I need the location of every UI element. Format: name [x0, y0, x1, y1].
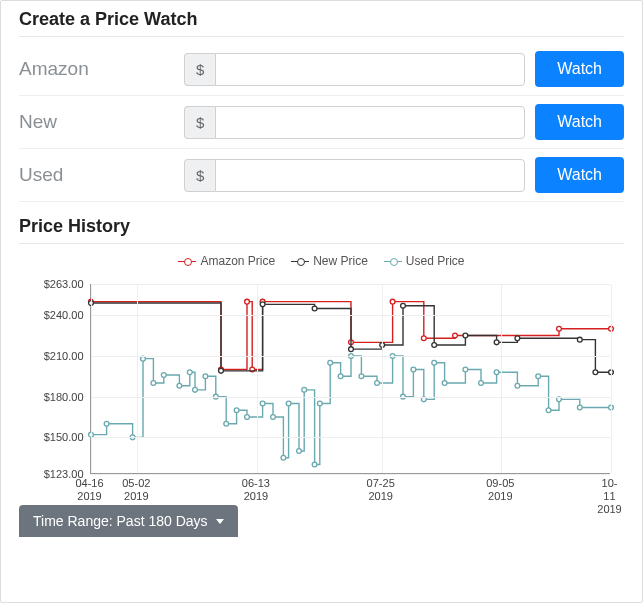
- svg-point-41: [281, 455, 286, 460]
- svg-point-37: [234, 408, 239, 413]
- price-input-new[interactable]: [215, 106, 525, 139]
- svg-point-42: [286, 401, 291, 406]
- svg-point-34: [203, 374, 208, 379]
- input-wrap-new: $: [184, 106, 525, 139]
- chart-legend: Amazon Price New Price Used Price: [19, 254, 624, 268]
- x-axis-label: 07-252019: [367, 477, 395, 503]
- divider: [19, 243, 624, 244]
- svg-point-29: [151, 381, 156, 386]
- svg-point-33: [192, 387, 197, 392]
- price-history-chart: $123.00$150.00$180.00$210.00$240.00$263.…: [22, 274, 622, 499]
- svg-point-28: [140, 356, 145, 361]
- svg-point-57: [442, 381, 447, 386]
- watch-row-used: Used $ Watch: [19, 149, 624, 202]
- svg-point-9: [556, 326, 561, 331]
- svg-point-19: [463, 333, 468, 338]
- row-label-amazon: Amazon: [19, 58, 174, 80]
- svg-point-59: [478, 381, 483, 386]
- svg-point-18: [431, 343, 436, 348]
- currency-prefix: $: [184, 159, 215, 192]
- svg-point-55: [421, 397, 426, 402]
- y-axis-label: $240.00: [44, 309, 84, 321]
- y-axis-label: $210.00: [44, 350, 84, 362]
- legend-label-amazon: Amazon Price: [200, 254, 275, 268]
- svg-point-60: [494, 370, 499, 375]
- price-input-used[interactable]: [215, 159, 525, 192]
- svg-point-63: [546, 408, 551, 413]
- x-axis-label: 10-112019: [597, 477, 621, 517]
- svg-point-2: [244, 299, 249, 304]
- svg-point-21: [515, 336, 520, 341]
- watch-row-amazon: Amazon $ Watch: [19, 43, 624, 96]
- caret-down-icon: [216, 519, 224, 524]
- x-axis-label: 09-052019: [486, 477, 514, 503]
- price-history-title: Price History: [19, 216, 624, 237]
- svg-point-43: [296, 449, 301, 454]
- svg-point-17: [400, 303, 405, 308]
- svg-point-51: [374, 381, 379, 386]
- chart-plot-area: [90, 284, 610, 474]
- svg-point-46: [317, 401, 322, 406]
- svg-point-45: [312, 462, 317, 467]
- svg-point-30: [161, 373, 166, 378]
- watch-button-used[interactable]: Watch: [535, 157, 624, 193]
- currency-prefix: $: [184, 106, 215, 139]
- svg-point-40: [270, 415, 275, 420]
- legend-amazon: Amazon Price: [178, 254, 275, 268]
- svg-point-8: [452, 333, 457, 338]
- legend-new: New Price: [291, 254, 368, 268]
- x-axis-label: 06-132019: [242, 477, 270, 503]
- svg-point-65: [577, 405, 582, 410]
- svg-point-48: [338, 374, 343, 379]
- svg-point-14: [312, 306, 317, 311]
- svg-point-50: [359, 374, 364, 379]
- currency-prefix: $: [184, 53, 215, 86]
- legend-marker-teal: [384, 261, 402, 262]
- watch-button-new[interactable]: Watch: [535, 104, 624, 140]
- create-watch-title: Create a Price Watch: [19, 9, 624, 30]
- input-wrap-amazon: $: [184, 53, 525, 86]
- svg-point-64: [556, 397, 561, 402]
- row-label-new: New: [19, 111, 174, 133]
- svg-point-12: [218, 368, 223, 373]
- svg-point-36: [223, 421, 228, 426]
- svg-point-61: [515, 383, 520, 388]
- y-axis-label: $263.00: [44, 278, 84, 290]
- time-range-label: Time Range: Past 180 Days: [33, 513, 208, 529]
- y-axis-label: $180.00: [44, 391, 84, 403]
- input-wrap-used: $: [184, 159, 525, 192]
- svg-point-31: [177, 383, 182, 388]
- svg-point-22: [577, 337, 582, 342]
- svg-point-54: [411, 367, 416, 372]
- svg-point-15: [348, 347, 353, 352]
- watch-row-new: New $ Watch: [19, 96, 624, 149]
- divider: [19, 36, 624, 37]
- x-axis-label: 05-022019: [122, 477, 150, 503]
- legend-label-new: New Price: [313, 254, 368, 268]
- legend-marker-red: [178, 261, 196, 262]
- legend-label-used: Used Price: [406, 254, 465, 268]
- time-range-dropdown[interactable]: Time Range: Past 180 Days: [19, 505, 238, 537]
- svg-point-26: [104, 421, 109, 426]
- svg-point-47: [327, 360, 332, 365]
- svg-point-32: [187, 370, 192, 375]
- watch-button-amazon[interactable]: Watch: [535, 51, 624, 87]
- row-label-used: Used: [19, 164, 174, 186]
- svg-point-7: [421, 336, 426, 341]
- svg-point-13: [260, 302, 265, 307]
- svg-point-20: [494, 340, 499, 345]
- svg-point-44: [301, 387, 306, 392]
- legend-used: Used Price: [384, 254, 465, 268]
- chart-svg: [91, 284, 611, 474]
- svg-point-58: [463, 367, 468, 372]
- price-input-amazon[interactable]: [215, 53, 525, 86]
- x-axis-label: 04-162019: [75, 477, 103, 503]
- svg-point-23: [593, 370, 598, 375]
- svg-point-56: [431, 360, 436, 365]
- svg-point-39: [260, 401, 265, 406]
- svg-point-38: [244, 415, 249, 420]
- svg-point-62: [535, 374, 540, 379]
- y-axis-label: $150.00: [44, 431, 84, 443]
- svg-point-6: [390, 299, 395, 304]
- legend-marker-black: [291, 261, 309, 262]
